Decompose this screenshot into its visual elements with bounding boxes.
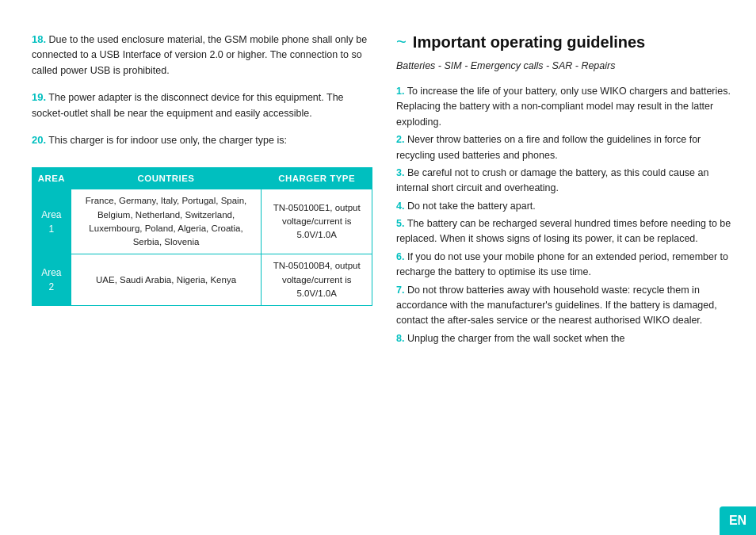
right-item: 2. Never throw batteries on a fire and f… — [396, 132, 732, 163]
col-header-countries: COUNTRIES — [71, 168, 262, 189]
num-19: 19. — [32, 91, 46, 103]
text-18: Due to the used enclosure material, the … — [32, 34, 367, 76]
text-19: The power adapter is the disconnect devi… — [32, 92, 344, 118]
item-18: 18. Due to the used enclosure material, … — [32, 32, 372, 78]
tilde-icon: ~ — [396, 32, 407, 52]
charger-cell: TN-050100E1, output voltage/current is 5… — [262, 189, 372, 254]
right-item: 3. Be careful not to crush or damage the… — [396, 166, 732, 197]
item-num: 5. — [396, 218, 404, 229]
num-20: 20. — [32, 134, 46, 146]
item-text: Do not take the battery apart. — [404, 201, 535, 212]
item-num: 3. — [396, 167, 404, 178]
right-item: 7. Do not throw batteries away with hous… — [396, 283, 732, 329]
table-row: Area 1France, Germany, Italy, Portugal, … — [32, 189, 372, 254]
col-header-charger: CHARGER TYPE — [262, 168, 372, 189]
subtitle: Batteries - SIM - Emergency calls - SAR … — [396, 60, 732, 71]
item-text: If you do not use your mobile phone for … — [396, 251, 728, 277]
area-cell: Area 1 — [32, 189, 71, 254]
charger-table: AREA COUNTRIES CHARGER TYPE Area 1France… — [32, 167, 372, 306]
item-text: The battery can be recharged several hun… — [396, 218, 731, 244]
num-18: 18. — [32, 33, 46, 45]
item-num: 8. — [396, 333, 404, 344]
right-items: 1. To increase the life of your battery,… — [396, 84, 732, 349]
table-row: Area 2UAE, Saudi Arabia, Nigeria, KenyaT… — [32, 254, 372, 306]
item-19: 19. The power adapter is the disconnect … — [32, 90, 372, 121]
right-item: 4. Do not take the battery apart. — [396, 199, 732, 214]
left-column: 18. Due to the used enclosure material, … — [32, 32, 372, 503]
page-layout: 18. Due to the used enclosure material, … — [0, 0, 756, 535]
right-item: 1. To increase the life of your battery,… — [396, 84, 732, 130]
right-item: 5. The battery can be recharged several … — [396, 216, 732, 247]
title-text: Important operating guidelines — [413, 33, 645, 52]
countries-cell: UAE, Saudi Arabia, Nigeria, Kenya — [71, 254, 262, 306]
item-num: 2. — [396, 134, 404, 145]
item-text: Unplug the charger from the wall socket … — [404, 333, 624, 344]
section-title: ~ Important operating guidelines — [396, 32, 732, 52]
right-item: 6. If you do not use your mobile phone f… — [396, 250, 732, 281]
item-text: Never throw batteries on a fire and foll… — [396, 134, 701, 160]
right-column: ~ Important operating guidelines Batteri… — [396, 32, 732, 503]
item-20: 20. This charger is for indoor use only,… — [32, 132, 372, 148]
item-num: 7. — [396, 285, 404, 296]
en-badge: EN — [720, 506, 756, 535]
item-num: 6. — [396, 251, 404, 262]
area-cell: Area 2 — [32, 254, 71, 306]
item-text: To increase the life of your battery, on… — [396, 86, 731, 128]
item-num: 1. — [396, 86, 404, 97]
countries-cell: France, Germany, Italy, Portugal, Spain,… — [71, 189, 262, 254]
text-20: This charger is for indoor use only, the… — [46, 135, 287, 146]
item-num: 4. — [396, 201, 404, 212]
item-text: Do not throw batteries away with househo… — [396, 285, 717, 327]
charger-cell: TN-050100B4, output voltage/current is 5… — [262, 254, 372, 306]
col-header-area: AREA — [32, 168, 71, 189]
item-text: Be careful not to crush or damage the ba… — [396, 167, 708, 193]
right-item: 8. Unplug the charger from the wall sock… — [396, 331, 732, 346]
